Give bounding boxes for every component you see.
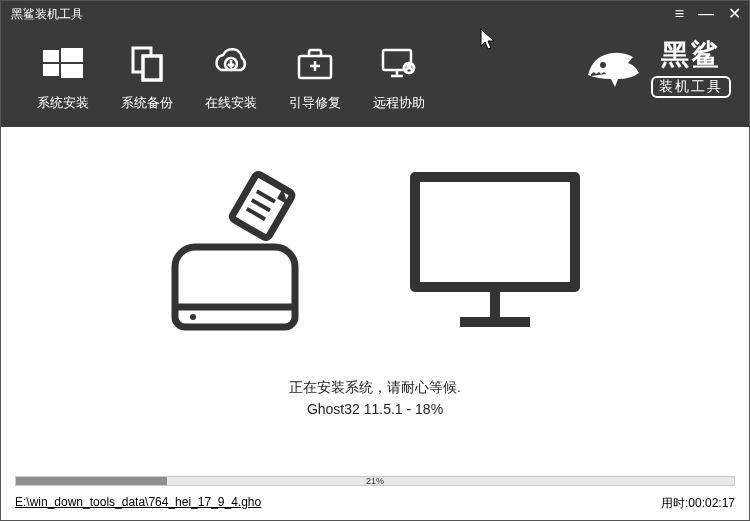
toolbar: 系统安装 系统备份 在线安装: [1, 27, 749, 127]
tab-system-backup[interactable]: 系统备份: [105, 42, 189, 112]
footer-row: E:\win_down_tools_data\764_hei_17_9_4.gh…: [15, 495, 735, 512]
tab-label: 在线安装: [205, 94, 257, 112]
tab-label: 系统备份: [121, 94, 173, 112]
progress-percent: 21%: [366, 476, 384, 486]
disk-file-icon: [165, 167, 325, 351]
windows-install-icon: [41, 42, 85, 86]
status-message: 正在安装系统，请耐心等候.: [1, 379, 749, 397]
copy-icon: [125, 42, 169, 86]
medkit-icon: [293, 42, 337, 86]
svg-point-19: [190, 314, 196, 320]
monitor-icon: [405, 167, 585, 351]
tab-boot-repair[interactable]: 引导修复: [273, 42, 357, 112]
close-icon[interactable]: ✕: [728, 6, 741, 22]
tab-label: 引导修复: [289, 94, 341, 112]
svg-rect-20: [415, 177, 575, 287]
brand-name: 黑鲨: [661, 36, 721, 74]
content-area: 正在安装系统，请耐心等候. Ghost32 11.5.1 - 18% 21% E…: [1, 127, 749, 521]
minimize-icon[interactable]: —: [698, 6, 714, 22]
svg-rect-5: [143, 56, 161, 80]
status-area: 正在安装系统，请耐心等候. Ghost32 11.5.1 - 18%: [1, 379, 749, 417]
svg-rect-1: [61, 48, 83, 62]
ghost-file-path[interactable]: E:\win_down_tools_data\764_hei_17_9_4.gh…: [15, 495, 261, 512]
progress-fill: [16, 477, 167, 485]
svg-rect-0: [43, 50, 59, 62]
window-controls: ≡ — ✕: [675, 6, 741, 22]
install-graphic: [1, 127, 749, 351]
menu-icon[interactable]: ≡: [675, 6, 684, 22]
cloud-download-icon: [209, 42, 253, 86]
shark-icon: [583, 35, 643, 99]
tab-system-install[interactable]: 系统安装: [21, 42, 105, 112]
progress-bar: 21%: [15, 476, 735, 486]
titlebar: 黑鲨装机工具 ≡ — ✕: [1, 1, 749, 27]
brand-subtitle: 装机工具: [651, 76, 731, 98]
tab-label: 系统安装: [37, 94, 89, 112]
brand-logo: 黑鲨 装机工具: [583, 35, 731, 99]
progress-bar-wrap: 21%: [15, 476, 735, 486]
svg-rect-3: [61, 64, 83, 78]
elapsed-time: 用时:00:02:17: [661, 495, 735, 512]
svg-point-13: [600, 62, 606, 68]
svg-rect-2: [43, 64, 59, 76]
tab-label: 远程协助: [373, 94, 425, 112]
tab-remote-assist[interactable]: 远程协助: [357, 42, 441, 112]
status-detail: Ghost32 11.5.1 - 18%: [1, 401, 749, 417]
app-title: 黑鲨装机工具: [11, 6, 83, 23]
remote-assist-icon: [377, 42, 421, 86]
tab-online-install[interactable]: 在线安装: [189, 42, 273, 112]
